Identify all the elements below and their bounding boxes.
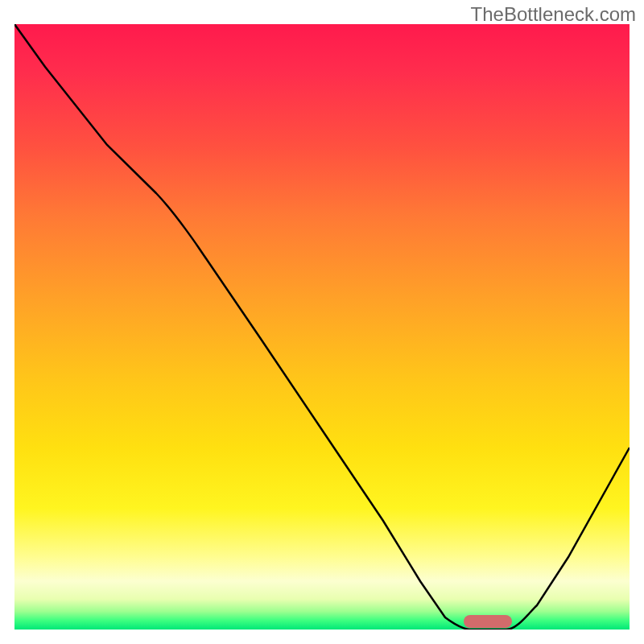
chart-svg [14,24,630,630]
bottleneck-curve-line [14,24,630,630]
chart-area [14,24,630,630]
watermark: TheBottleneck.com [471,3,636,26]
optimal-range-marker [464,615,512,628]
